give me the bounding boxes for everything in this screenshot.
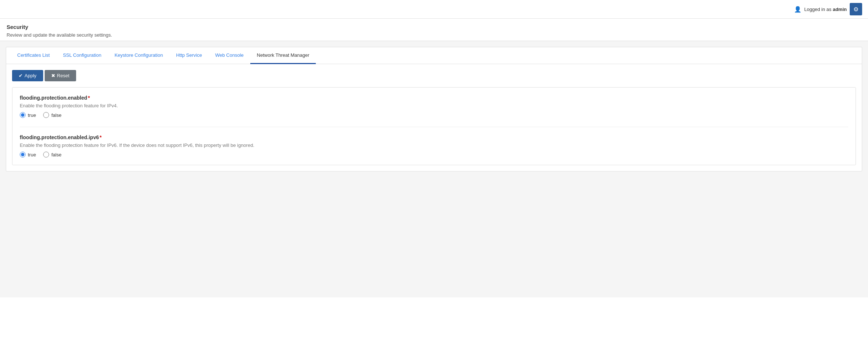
radio-ipv4-false[interactable] <box>43 112 49 118</box>
radio-group-flooding-ipv6: true false <box>20 152 848 157</box>
setting-flooding-ipv6-label: flooding.protection.enabled.ipv6* <box>20 134 848 140</box>
radio-ipv4-true[interactable] <box>20 112 26 118</box>
radio-ipv6-true[interactable] <box>20 152 26 157</box>
settings-panel: flooding.protection.enabled* Enable the … <box>12 87 856 165</box>
radio-option-ipv4-false[interactable]: false <box>43 112 61 118</box>
username-label: admin <box>833 7 847 12</box>
radio-option-ipv6-true[interactable]: true <box>20 152 36 157</box>
required-marker-ipv6: * <box>100 134 101 140</box>
tab-keystore[interactable]: Keystore Configuration <box>108 47 169 64</box>
tab-content-networkthreat: ✔ Apply ✖ Reset flooding.protection.enab… <box>6 64 862 171</box>
radio-ipv6-false-label: false <box>51 152 61 157</box>
radio-ipv4-false-label: false <box>51 112 61 118</box>
radio-option-ipv6-false[interactable]: false <box>43 152 61 157</box>
tab-networkthreat[interactable]: Network Threat Manager <box>250 47 316 64</box>
required-marker: * <box>88 95 90 101</box>
logged-in-text: Logged in as admin <box>804 7 847 12</box>
top-bar: 👤 Logged in as admin ⚙ <box>0 0 868 19</box>
setting-flooding-ipv6: flooding.protection.enabled.ipv6* Enable… <box>20 134 848 157</box>
action-bar: ✔ Apply ✖ Reset <box>12 70 856 81</box>
settings-separator <box>20 127 848 127</box>
radio-ipv4-true-label: true <box>28 112 36 118</box>
tab-http[interactable]: Http Service <box>169 47 209 64</box>
tab-ssl[interactable]: SSL Configuration <box>56 47 108 64</box>
main-content: Certificates List SSL Configuration Keys… <box>0 41 868 297</box>
gear-button[interactable]: ⚙ <box>850 3 862 15</box>
gear-icon: ⚙ <box>853 6 858 13</box>
page-header: Security Review and update the available… <box>0 19 868 41</box>
apply-label: Apply <box>25 73 37 78</box>
setting-flooding-ipv4-description: Enable the flooding protection feature f… <box>20 103 848 108</box>
setting-label-text: flooding.protection.enabled <box>20 95 87 101</box>
tabs-container: Certificates List SSL Configuration Keys… <box>6 47 862 171</box>
user-icon: 👤 <box>794 6 801 13</box>
page-title: Security <box>7 24 861 30</box>
setting-flooding-ipv4: flooding.protection.enabled* Enable the … <box>20 95 848 118</box>
reset-label: Reset <box>57 73 70 78</box>
radio-group-flooding-ipv4: true false <box>20 112 848 118</box>
apply-check-icon: ✔ <box>19 73 23 78</box>
radio-option-ipv4-true[interactable]: true <box>20 112 36 118</box>
reset-button[interactable]: ✖ Reset <box>45 70 76 81</box>
logged-in-prefix: Logged in as <box>804 7 833 12</box>
tabs-nav: Certificates List SSL Configuration Keys… <box>6 47 862 64</box>
setting-flooding-ipv4-label: flooding.protection.enabled* <box>20 95 848 101</box>
setting-flooding-ipv6-description: Enable the flooding protection feature f… <box>20 142 848 148</box>
radio-ipv6-true-label: true <box>28 152 36 157</box>
radio-ipv6-false[interactable] <box>43 152 49 157</box>
apply-button[interactable]: ✔ Apply <box>12 70 43 81</box>
reset-x-icon: ✖ <box>51 73 55 78</box>
setting-ipv6-label-text: flooding.protection.enabled.ipv6 <box>20 134 99 140</box>
tab-certificates[interactable]: Certificates List <box>11 47 56 64</box>
tab-webconsole[interactable]: Web Console <box>209 47 250 64</box>
page-subtitle: Review and update the available security… <box>7 32 861 38</box>
